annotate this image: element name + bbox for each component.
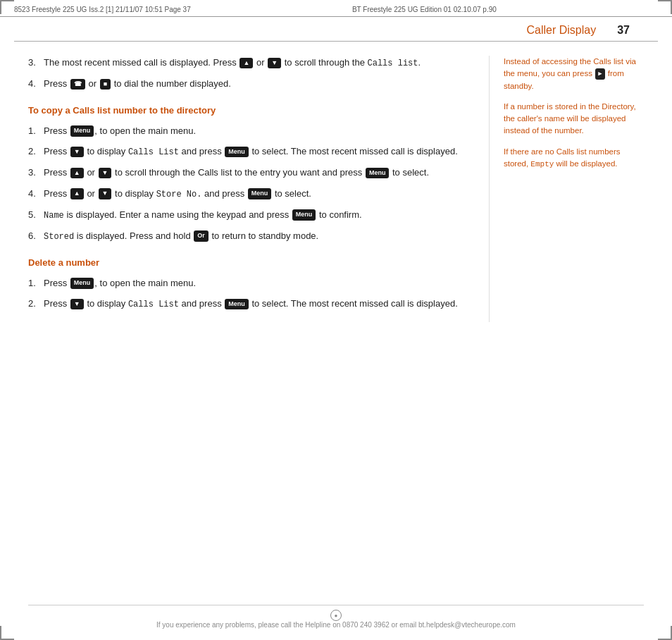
item-number: 2. bbox=[28, 144, 44, 159]
section1-heading: To copy a Calls list number to the direc… bbox=[28, 105, 475, 116]
list-item: 5. Name is displayed. Enter a name using… bbox=[28, 208, 475, 222]
section1-list: 1. Press Menu, to open the main menu. 2.… bbox=[28, 124, 475, 243]
item-content: Name is displayed. Enter a name using th… bbox=[44, 208, 475, 222]
item-number: 4. bbox=[28, 187, 44, 201]
down-button[interactable]: ▼ bbox=[99, 188, 112, 199]
up-button[interactable]: ▲ bbox=[239, 58, 253, 69]
item-number: 1. bbox=[28, 276, 44, 290]
item-number: 1. bbox=[28, 124, 44, 138]
list-item: 2. Press ▼ to display Calls List and pre… bbox=[28, 144, 475, 159]
title-row: Caller Display 37 bbox=[14, 17, 658, 42]
list-item: 6. Stored is displayed. Press and hold O… bbox=[28, 229, 475, 243]
item-number: 4. bbox=[28, 77, 44, 91]
calls-list-code: Calls List bbox=[128, 147, 179, 157]
section2-heading: Delete a number bbox=[28, 257, 475, 268]
item-number: 2. bbox=[28, 297, 44, 311]
item-content: Press Menu, to open the main menu. bbox=[44, 276, 475, 290]
section-title: Caller Display bbox=[527, 24, 597, 37]
item-number: 6. bbox=[28, 229, 44, 243]
corner-border-tl bbox=[0, 0, 14, 14]
right-para-1: Instead of accessing the Calls list via … bbox=[504, 56, 644, 92]
menu-button[interactable]: Menu bbox=[225, 299, 249, 310]
empty-code: Empty bbox=[530, 160, 554, 168]
from-button[interactable]: ▶ bbox=[595, 68, 604, 80]
item-number: 3. bbox=[28, 166, 44, 180]
footer-helpline: If you experience any problems, please c… bbox=[28, 621, 644, 629]
header-center: BT Freestyle 225 UG Edition 01 02.10.07 … bbox=[352, 6, 497, 13]
stop-button[interactable]: ■ bbox=[100, 79, 111, 90]
menu-button[interactable]: Menu bbox=[70, 278, 94, 289]
page-number: 37 bbox=[617, 24, 630, 37]
item-content: Press ☎ or ■ to dial the number displaye… bbox=[44, 77, 475, 91]
intro-list: 3. The most recent missed call is displa… bbox=[28, 56, 475, 91]
up-button[interactable]: ▲ bbox=[70, 168, 84, 179]
item-content: Press ▲ or ▼ to display Store No. and pr… bbox=[44, 187, 475, 201]
left-column: 3. The most recent missed call is displa… bbox=[28, 56, 475, 322]
header-left: 8523 Freestyle 225 UG Iss.2 [1] 21/11/07… bbox=[14, 6, 191, 13]
item-content: The most recent missed call is displayed… bbox=[44, 56, 475, 70]
right-para-2: If a number is stored in the Directory, … bbox=[504, 101, 644, 137]
list-item: 3. The most recent missed call is displa… bbox=[28, 56, 475, 70]
down-button[interactable]: ▼ bbox=[268, 58, 281, 69]
list-item: 4. Press ☎ or ■ to dial the number displ… bbox=[28, 77, 475, 91]
item-content: Press Menu, to open the main menu. bbox=[44, 124, 475, 138]
stored-code: Stored bbox=[44, 232, 74, 242]
menu-button[interactable]: Menu bbox=[366, 168, 390, 179]
menu-button[interactable]: Menu bbox=[248, 188, 272, 199]
corner-border-tr bbox=[658, 0, 672, 14]
down-button[interactable]: ▼ bbox=[70, 147, 84, 158]
main-content: 3. The most recent missed call is displa… bbox=[0, 42, 672, 336]
menu-button[interactable]: Menu bbox=[70, 125, 94, 137]
store-no-code: Store No. bbox=[156, 190, 202, 199]
list-item: 1. Press Menu, to open the main menu. bbox=[28, 276, 475, 290]
right-column: Instead of accessing the Calls list via … bbox=[489, 56, 644, 322]
calls-list-code: Calls List bbox=[128, 300, 179, 309]
item-content: Press ▲ or ▼ to scroll through the Calls… bbox=[44, 166, 475, 180]
item-number: 5. bbox=[28, 208, 44, 222]
menu-button[interactable]: Menu bbox=[225, 147, 249, 158]
footer-container: ● If you experience any problems, please… bbox=[0, 599, 672, 640]
item-content: Press ▼ to display Calls List and press … bbox=[44, 144, 475, 159]
menu-button[interactable]: Menu bbox=[292, 209, 316, 221]
up-button[interactable]: ▲ bbox=[70, 188, 84, 199]
name-code: Name bbox=[44, 211, 64, 221]
down-button[interactable]: ▼ bbox=[99, 168, 112, 179]
or-button[interactable]: Or bbox=[194, 230, 209, 242]
list-item: 4. Press ▲ or ▼ to display Store No. and… bbox=[28, 187, 475, 201]
item-number: 3. bbox=[28, 56, 44, 70]
calls-list-code: Calls list bbox=[367, 59, 418, 68]
right-para-3: If there are no Calls list numbers store… bbox=[504, 146, 644, 171]
list-item: 3. Press ▲ or ▼ to scroll through the Ca… bbox=[28, 166, 475, 180]
item-content: Stored is displayed. Press and hold Or t… bbox=[44, 229, 475, 243]
section2-list: 1. Press Menu, to open the main menu. 2.… bbox=[28, 276, 475, 312]
footer-divider bbox=[28, 605, 644, 605]
list-item: 1. Press Menu, to open the main menu. bbox=[28, 124, 475, 138]
page-header: 8523 Freestyle 225 UG Iss.2 [1] 21/11/07… bbox=[0, 0, 672, 17]
list-item: 2. Press ▼ to display Calls List and pre… bbox=[28, 297, 475, 311]
call-button[interactable]: ☎ bbox=[70, 79, 85, 90]
footer-circle-icon: ● bbox=[330, 610, 342, 621]
down-button[interactable]: ▼ bbox=[70, 299, 84, 310]
item-content: Press ▼ to display Calls List and press … bbox=[44, 297, 475, 311]
